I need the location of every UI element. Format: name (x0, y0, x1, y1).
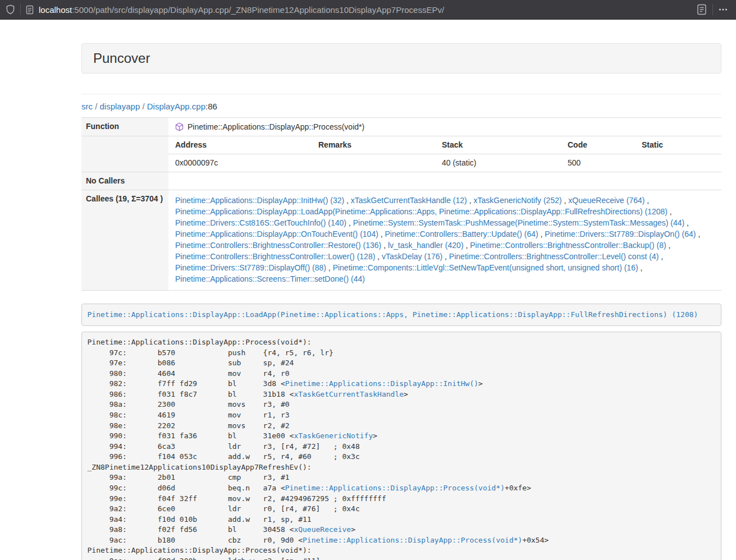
table-row: Address Remarks Stack Code Static 0x0000… (81, 136, 721, 172)
callee-link[interactable]: Pinetime::Controllers::BrightnessControl… (449, 252, 659, 261)
table-row: Callees (19, Σ=3704 ) Pinetime::Applicat… (81, 190, 721, 291)
row-label-no-callers: No Callers (81, 172, 168, 190)
breadcrumb-separator: / (140, 102, 147, 111)
table-row: No Callers (81, 172, 721, 190)
breadcrumb-line-number: :86 (205, 102, 217, 111)
function-name: Pinetime::Applications::DisplayApp::Proc… (188, 123, 364, 131)
stack-value: 40 (static) (442, 154, 568, 172)
column-header-stack: Stack (442, 136, 568, 154)
reader-view-icon[interactable] (696, 3, 707, 16)
browser-address-bar: localhost:5000/path/src/displayapp/Displ… (0, 0, 736, 20)
page-container: Puncover src / displayapp / DisplayApp.c… (81, 43, 721, 560)
callee-link[interactable]: lv_task_handler (420) (388, 241, 464, 250)
breadcrumb-link-displayapp[interactable]: displayapp (100, 102, 140, 111)
disasm-symbol-link[interactable]: xQueueReceive (294, 525, 351, 534)
divider (81, 94, 721, 94)
app-title-panel: Puncover (81, 43, 721, 74)
column-header-code: Code (568, 136, 642, 154)
callees-list: Pinetime::Applications::DisplayApp::Init… (168, 190, 721, 290)
disasm-symbol-link[interactable]: Pinetime::Applications::DisplayApp::Proc… (303, 536, 522, 544)
more-options-icon[interactable] (718, 4, 728, 15)
disassembly-block: Pinetime::Applications::DisplayApp::Proc… (81, 332, 721, 560)
callee-link[interactable]: Pinetime::Drivers::Cst816S::GetTouchInfo… (175, 218, 346, 227)
callee-link[interactable]: Pinetime::Controllers::BrightnessControl… (175, 241, 381, 250)
disasm-symbol-link[interactable]: xTaskGenericNotify (294, 432, 373, 440)
shield-icon[interactable] (6, 4, 15, 15)
url-input[interactable]: localhost:5000/path/src/displayapp/Displ… (39, 5, 696, 15)
breadcrumb: src / displayapp / DisplayApp.cpp:86 (81, 102, 721, 111)
row-label-empty (81, 136, 168, 172)
breadcrumb-link-file[interactable]: DisplayApp.cpp (147, 102, 205, 111)
disasm-symbol-link[interactable]: Pinetime::Applications::DisplayApp::Init… (285, 379, 478, 388)
app-title[interactable]: Puncover (93, 51, 150, 66)
code-size-value: 500 (568, 154, 642, 172)
callee-link[interactable]: Pinetime::Applications::Screens::Timer::… (175, 274, 365, 283)
symbol-cube-icon (175, 122, 184, 131)
divider (712, 4, 713, 15)
callee-link[interactable]: Pinetime::Applications::DisplayApp::Init… (175, 196, 344, 205)
function-info-table: Function Pinetime::Applications::Display… (81, 117, 721, 291)
highlighted-symbol-link[interactable]: Pinetime::Applications::DisplayApp::Load… (88, 310, 698, 319)
url-host: localhost (39, 5, 72, 15)
static-value (642, 154, 721, 172)
disassembly-code: Pinetime::Applications::DisplayApp::Proc… (88, 338, 549, 560)
callee-link[interactable]: xQueueReceive (764) (568, 196, 644, 205)
table-row: Function Pinetime::Applications::Display… (81, 117, 721, 136)
page-icon[interactable] (26, 5, 34, 15)
divider (20, 4, 21, 15)
callee-link[interactable]: Pinetime::Controllers::BrightnessControl… (175, 252, 375, 261)
callee-link[interactable]: vTaskDelay (176) (382, 252, 442, 261)
column-header-remarks: Remarks (318, 136, 442, 154)
callee-link[interactable]: Pinetime::Components::LittleVgl::SetNewT… (333, 263, 638, 272)
column-header-address: Address (175, 136, 318, 154)
breadcrumb-link-src[interactable]: src (81, 102, 93, 111)
highlighted-symbol-block: Pinetime::Applications::DisplayApp::Load… (81, 304, 721, 326)
callee-link[interactable]: Pinetime::Controllers::BrightnessControl… (470, 241, 666, 250)
address-value: 0x0000097c (175, 154, 318, 172)
callee-link[interactable]: Pinetime::System::SystemTask::PushMessag… (353, 218, 685, 227)
callee-link[interactable]: Pinetime::Applications::DisplayApp::Load… (175, 207, 668, 216)
disasm-symbol-link[interactable]: xTaskGetCurrentTaskHandle (294, 390, 404, 398)
row-label-function: Function (81, 118, 168, 136)
url-path: :5000/path/src/displayapp/DisplayApp.cpp… (72, 5, 444, 15)
callee-link[interactable]: Pinetime::Applications::DisplayApp::OnTo… (175, 229, 378, 238)
breadcrumb-separator: / (93, 102, 100, 111)
callee-link[interactable]: xTaskGetCurrentTaskHandle (12) (351, 196, 467, 205)
stats-value-row: 0x0000097c 40 (static) 500 (168, 154, 721, 172)
row-label-callees: Callees (19, Σ=3704 ) (81, 190, 168, 290)
column-header-static: Static (642, 136, 721, 154)
stats-header-row: Address Remarks Stack Code Static (168, 136, 721, 154)
callee-link[interactable]: xTaskGenericNotify (252) (473, 196, 561, 205)
remarks-value (318, 154, 442, 172)
disasm-symbol-link[interactable]: Pinetime::Applications::DisplayApp::Proc… (285, 484, 505, 492)
callee-link[interactable]: Pinetime::Drivers::St7789::DisplayOff() … (175, 263, 326, 272)
callee-link[interactable]: Pinetime::Drivers::St7789::DisplayOn() (… (545, 229, 696, 238)
callee-link[interactable]: Pinetime::Controllers::Battery::Update()… (385, 229, 538, 238)
